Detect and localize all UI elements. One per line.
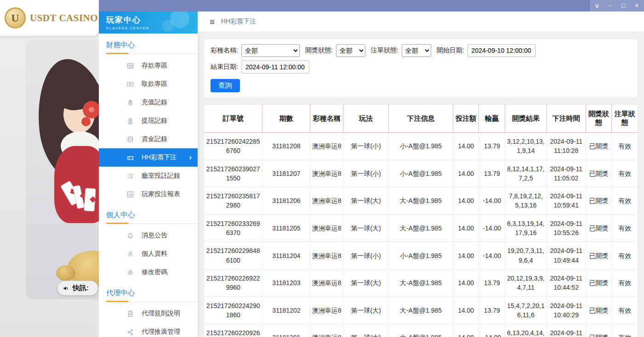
filter-end-date: 結束日期:: [211, 61, 309, 73]
deposit-icon: [126, 62, 134, 70]
table-header-cell: 輸贏: [479, 105, 505, 133]
report-icon: [126, 191, 134, 198]
table-cell: 14.00: [453, 133, 479, 160]
table-cell: 已開獎: [586, 187, 612, 215]
table-cell: 第一球(小): [343, 160, 389, 187]
table-body: 215217260242285676031181208澳洲幸运8第一球(小)小-…: [204, 133, 638, 337]
window-minimize-button[interactable]: −: [604, 0, 616, 11]
cashout-icon: [126, 117, 134, 125]
mascot-dress: [54, 146, 99, 223]
sidebar-item-cashout[interactable]: 提現記錄: [99, 112, 198, 130]
table-cell: 已開獎: [586, 324, 612, 337]
table-cell: 2152172602209269450: [204, 324, 262, 337]
query-button[interactable]: 查詢: [211, 79, 240, 92]
sidebar-item-label: 提現記錄: [142, 117, 167, 125]
sidebar-item-label: 個人資料: [142, 250, 167, 258]
table-row: 215217260226922996031181203澳洲幸运8第一球(大)大-…: [204, 269, 638, 297]
table-header-cell: 彩種名稱: [310, 105, 343, 133]
table-cell: 第一球(小): [343, 242, 389, 270]
table-cell: 第一球(大): [343, 324, 389, 337]
table-cell: 小-A盤@1.985: [389, 133, 453, 160]
table-cell: 7,8,19,2,12,5,13,16: [505, 187, 547, 215]
casino-background: U USDT CASINO 快訊:: [0, 0, 99, 337]
table-cell: 澳洲幸运8: [310, 242, 343, 270]
order-status-select[interactable]: 全部: [402, 44, 431, 57]
table-cell: 14.00: [453, 242, 479, 270]
filter-lottery-type: 彩種名稱:全部: [211, 44, 300, 57]
sidebar-item-share[interactable]: 代理推廣管理: [99, 323, 198, 337]
table-cell: 已開獎: [586, 160, 612, 187]
main-topbar: ≡ HH彩票下注: [198, 11, 644, 32]
table-cell: 13.79: [479, 160, 505, 187]
table-cell: 2024-09-11 10:59:41: [547, 187, 586, 215]
user-icon: [126, 250, 134, 258]
window-close-button[interactable]: ×: [631, 0, 643, 11]
sidebar-item-user[interactable]: 個人資料: [99, 245, 198, 263]
table-cell: 20,12,19,3,9,4,7,11: [505, 269, 547, 297]
table-cell: 2024-09-11 11:05:02: [547, 160, 586, 187]
gold-coins: [56, 265, 75, 281]
sidebar-item-label: 資金記錄: [142, 135, 167, 143]
table-cell: 澳洲幸运8: [310, 133, 343, 160]
sidebar-item-lottery[interactable]: HH彩票下注›: [99, 148, 198, 167]
table-cell: 2024-09-11 10:44:52: [547, 269, 586, 297]
table-cell: 澳洲幸运8: [310, 187, 343, 215]
hamburger-menu-icon[interactable]: ≡: [210, 17, 215, 26]
recharge-icon: [126, 99, 134, 107]
table-cell: 31181208: [262, 133, 310, 160]
table-cell: 14.00: [453, 297, 479, 324]
start-date-input[interactable]: [467, 44, 536, 57]
table-cell: 14.00: [453, 324, 479, 337]
window-chevron-button[interactable]: ∨: [591, 0, 603, 11]
table-row: 215217260233269637031181205澳洲幸运8第一球(大)大-…: [204, 214, 638, 242]
news-ticker[interactable]: 快訊:: [57, 281, 98, 296]
table-cell: 2152172602358172980: [204, 187, 262, 215]
app-window: ∨ − □ × U USDT CASINO: [0, 0, 644, 337]
table-cell: 第一球(大): [343, 187, 389, 215]
sidebar-item-withdraw[interactable]: 取款專區: [99, 75, 198, 93]
table-cell: 澳洲幸运8: [310, 160, 343, 187]
mascot-illustration: [0, 37, 99, 303]
casino-brand-text: USDT CASINO: [30, 12, 98, 24]
window-maximize-button[interactable]: □: [617, 0, 629, 11]
sidebar-item-doc[interactable]: 代理規則說明: [99, 304, 198, 323]
draw-status-select[interactable]: 全部: [336, 44, 365, 57]
table-cell: 大-A盤@1.985: [389, 187, 453, 215]
filter-label: 開始日期:: [437, 46, 464, 55]
sidebar-item-funds[interactable]: 資金記錄: [99, 130, 198, 148]
share-icon: [126, 328, 134, 336]
table-cell: 31181202: [262, 297, 310, 324]
section-title: 財務中心: [99, 34, 198, 50]
table-cell: -14.00: [479, 324, 505, 337]
table-cell: 2152172602298486100: [204, 242, 262, 270]
sidebar-item-gear[interactable]: 修改密碼: [99, 263, 198, 281]
table-cell: 澳洲幸运8: [310, 324, 343, 337]
table-cell: 31181201: [262, 324, 310, 337]
sidebar-item-room[interactable]: 廳室投註記錄: [99, 167, 198, 185]
withdraw-icon: [126, 80, 134, 88]
sidebar-item-label: 玩家投注報表: [142, 190, 180, 198]
table-row: 215217260235817298031181206澳洲幸运8第一球(大)大-…: [204, 187, 638, 215]
main-content: ≡ HH彩票下注 彩種名稱:全部開獎狀態:全部注單狀態:全部開始日期:結束日期:…: [198, 11, 644, 337]
table-cell: -14.00: [479, 214, 505, 242]
table-cell: 14.00: [453, 214, 479, 242]
sidebar-item-deposit[interactable]: 存款專區: [99, 56, 198, 75]
doc-icon: [126, 310, 134, 318]
sidebar-item-report[interactable]: 玩家投注報表: [99, 185, 198, 203]
sidebar-item-bell[interactable]: 消息公告: [99, 226, 198, 245]
page-title: HH彩票下注: [221, 17, 256, 26]
filter-row: 彩種名稱:全部開獎狀態:全部注單狀態:全部開始日期:結束日期:: [211, 44, 631, 73]
end-date-input[interactable]: [241, 61, 309, 73]
table-cell: 有效: [612, 324, 638, 337]
table-cell: 3,12,2,10,13,1,9,14: [505, 133, 547, 160]
table-cell: 2152172602422856760: [204, 133, 262, 160]
lottery-type-select[interactable]: 全部: [241, 44, 300, 57]
table-cell: 13.79: [479, 133, 505, 160]
table-cell: 有效: [612, 242, 638, 270]
table-cell: 2152172602269229960: [204, 269, 262, 297]
room-icon: [126, 172, 134, 180]
table-cell: 已開獎: [586, 297, 612, 324]
table-cell: -14.00: [479, 187, 505, 215]
table-cell: 大-A盤@1.985: [389, 297, 453, 324]
sidebar-item-recharge[interactable]: 充值記錄: [99, 93, 198, 112]
